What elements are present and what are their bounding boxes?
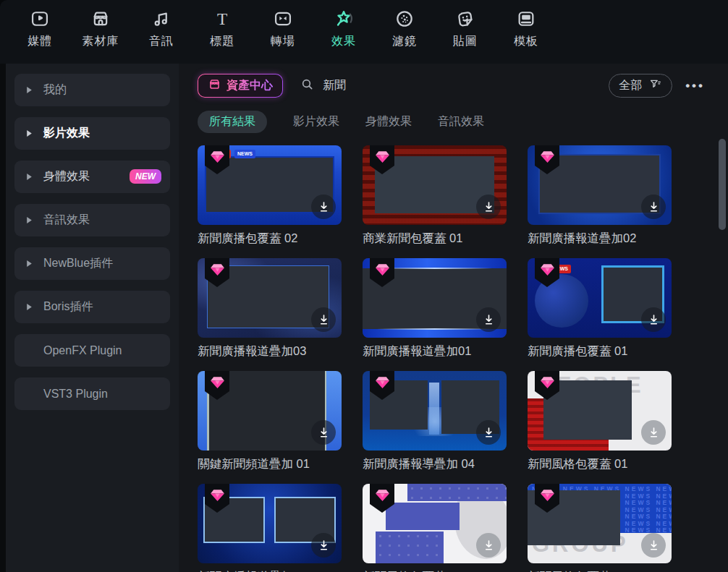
effect-name: 新聞廣播報道疊加05 bbox=[198, 569, 342, 572]
sidebar-item-body-effects[interactable]: 身體效果 NEW bbox=[14, 161, 170, 193]
toolbar-tab-label: 模板 bbox=[514, 34, 538, 49]
effect-card: LIVE NEWS 新聞廣播包覆蓋 01 bbox=[528, 258, 672, 359]
download-button[interactable] bbox=[641, 307, 666, 332]
pro-gem-badge bbox=[370, 258, 394, 287]
more-options-button[interactable]: ••• bbox=[685, 79, 705, 93]
sidebar-item-vst3-plugin[interactable]: VST3 Plugin bbox=[14, 377, 170, 410]
download-button[interactable] bbox=[311, 533, 336, 558]
effect-thumbnail[interactable] bbox=[198, 258, 342, 338]
sidebar-item-video-effects[interactable]: 影片效果 bbox=[14, 117, 170, 150]
effect-card: 新聞廣播報道疊加02 bbox=[528, 145, 672, 247]
toolbar-tab-label: 媒體 bbox=[27, 34, 52, 49]
download-button[interactable] bbox=[641, 533, 666, 558]
download-button[interactable] bbox=[311, 307, 336, 332]
sidebar-item-mine[interactable]: 我的 bbox=[14, 74, 170, 106]
sidebar-item-label: VST3 Plugin bbox=[43, 388, 108, 401]
effect-thumbnail[interactable] bbox=[528, 145, 672, 225]
toolbar-tab-label: 音訊 bbox=[149, 34, 174, 49]
templates-icon bbox=[515, 8, 537, 30]
download-button[interactable] bbox=[311, 195, 336, 219]
effect-name: 新聞廣播包覆蓋 02 bbox=[198, 231, 342, 247]
effect-card: NEWS NEWS NEWS NEWS NEWS NEWS NEWS NEWS … bbox=[528, 484, 672, 572]
tab-body-effects[interactable]: 身體效果 bbox=[365, 114, 412, 129]
filter-all-label: 全部 bbox=[619, 78, 642, 93]
toolbar-tab-titles[interactable]: T 標題 bbox=[192, 7, 253, 49]
chevron-right-icon bbox=[26, 86, 33, 94]
effect-thumbnail[interactable] bbox=[198, 371, 342, 451]
toolbar-tab-transitions[interactable]: 轉場 bbox=[253, 7, 313, 49]
effect-name: 新聞風格包覆蓋 01 bbox=[528, 456, 672, 472]
sticker-smiley-icon bbox=[454, 8, 476, 30]
effects-grid: BR NEWS 新聞廣播包覆蓋 02 商業新聞包覆蓋 01 bbox=[198, 145, 672, 572]
effect-thumbnail[interactable]: PEOPLE bbox=[528, 371, 672, 451]
chevron-right-icon bbox=[26, 173, 33, 181]
toolbar-tab-label: 轉場 bbox=[271, 34, 295, 49]
effect-thumbnail[interactable] bbox=[363, 371, 507, 451]
tab-video-effects[interactable]: 影片效果 bbox=[293, 114, 339, 129]
toolbar-tab-label: 貼圖 bbox=[453, 34, 478, 49]
toolbar-tab-media[interactable]: 媒體 bbox=[9, 7, 70, 49]
asset-center-button[interactable]: 資產中心 bbox=[198, 74, 283, 98]
toolbar-tab-effects[interactable]: 效果 bbox=[313, 7, 374, 49]
window-edge bbox=[0, 64, 6, 572]
tab-audio-effects[interactable]: 音訊效果 bbox=[438, 114, 484, 129]
sidebar-item-label: 音訊效果 bbox=[43, 213, 90, 228]
toolbar-tab-label: 素材庫 bbox=[82, 34, 119, 49]
effect-thumbnail[interactable]: LIVE NEWS bbox=[528, 258, 672, 338]
sidebar: 我的 影片效果 身體效果 NEW 音訊效果 NewBlue插件 Boris插件 … bbox=[6, 64, 179, 572]
download-button[interactable] bbox=[476, 307, 501, 332]
top-toolbar: 媒體 素材庫 音訊 T 標題 轉場 效果 濾鏡 bbox=[0, 0, 728, 64]
toolbar-tab-stock-media[interactable]: 素材庫 bbox=[70, 7, 131, 49]
effect-name: 新聞廣播報道疊加02 bbox=[528, 231, 672, 247]
effect-thumbnail[interactable] bbox=[198, 484, 342, 563]
download-button[interactable] bbox=[311, 420, 336, 445]
toolbar-tab-label: 效果 bbox=[331, 34, 356, 49]
toolbar-tab-filters[interactable]: 濾鏡 bbox=[374, 7, 435, 49]
tab-all-results[interactable]: 所有結果 bbox=[198, 111, 267, 133]
chevron-right-icon bbox=[26, 129, 33, 137]
download-button[interactable] bbox=[476, 195, 501, 219]
music-note-icon bbox=[151, 8, 172, 30]
storefront-icon bbox=[90, 8, 111, 30]
news-chip: NEWS bbox=[234, 150, 255, 158]
sidebar-item-boris-plugin[interactable]: Boris插件 bbox=[14, 291, 170, 323]
download-button[interactable] bbox=[641, 195, 666, 219]
filters-icon bbox=[394, 8, 415, 30]
media-icon bbox=[29, 8, 51, 30]
effects-browser-panel: 資產中心 新聞 全部 ••• 所有結果 影片效果 身體效果 音訊效果 bbox=[179, 64, 728, 572]
search-value: 新聞 bbox=[323, 78, 346, 93]
effect-thumbnail[interactable] bbox=[363, 484, 507, 563]
effect-card: 新聞廣播報道疊加01 bbox=[363, 258, 507, 359]
toolbar-tab-audio[interactable]: 音訊 bbox=[131, 7, 192, 49]
effect-card: 新聞廣播報導疊加 04 bbox=[363, 371, 507, 472]
effect-card: 商業新聞包覆蓋 01 bbox=[363, 145, 507, 247]
scrollbar-thumb[interactable] bbox=[719, 139, 726, 230]
effect-thumbnail[interactable]: BR NEWS bbox=[198, 145, 342, 225]
effect-card: 新聞廣播報道疊加03 bbox=[198, 258, 342, 359]
effect-thumbnail[interactable]: NEWS NEWS NEWS NEWS NEWS NEWS NEWS NEWS … bbox=[528, 484, 672, 563]
sidebar-item-label: 身體效果 bbox=[43, 169, 90, 184]
search-icon bbox=[300, 77, 315, 95]
sidebar-item-openfx-plugin[interactable]: OpenFX Plugin bbox=[14, 334, 170, 367]
effect-card: 新聞風格包覆蓋 02 bbox=[363, 484, 507, 572]
filter-all-button[interactable]: 全部 bbox=[609, 74, 672, 98]
download-button[interactable] bbox=[476, 420, 501, 445]
download-button[interactable] bbox=[641, 420, 666, 445]
effect-name: 商業新聞包覆蓋 01 bbox=[363, 231, 507, 247]
shop-icon bbox=[208, 77, 221, 94]
chevron-right-icon bbox=[26, 216, 33, 224]
toolbar-tab-stickers[interactable]: 貼圖 bbox=[435, 7, 496, 49]
effect-thumbnail[interactable] bbox=[363, 258, 507, 338]
effect-name: 新聞廣播報道疊加03 bbox=[198, 343, 342, 359]
effect-card: BR NEWS 新聞廣播包覆蓋 02 bbox=[198, 145, 342, 247]
sidebar-item-newblue-plugin[interactable]: NewBlue插件 bbox=[14, 247, 170, 280]
effect-name: 關鍵新聞頻道疊加 01 bbox=[198, 456, 342, 472]
sidebar-item-audio-effects[interactable]: 音訊效果 bbox=[14, 204, 170, 236]
effects-star-icon bbox=[333, 8, 355, 30]
search-input[interactable]: 新聞 bbox=[300, 77, 346, 95]
transitions-icon bbox=[272, 8, 294, 30]
effect-thumbnail[interactable] bbox=[363, 145, 507, 225]
toolbar-tab-templates[interactable]: 模板 bbox=[496, 7, 556, 49]
effect-card: PEOPLE 新聞風格包覆蓋 01 bbox=[528, 371, 672, 472]
download-button[interactable] bbox=[476, 533, 501, 558]
